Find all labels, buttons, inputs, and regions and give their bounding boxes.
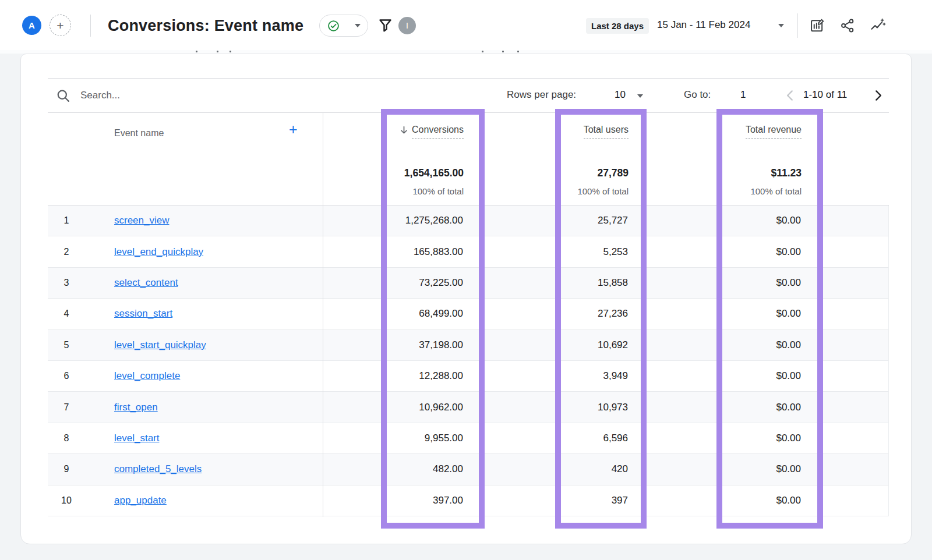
data-quality-check-icon (327, 19, 340, 33)
row-index: 8 (57, 423, 76, 453)
app-header: A + Conversions: Event name I Last 28 da… (0, 0, 932, 50)
row-index: 6 (57, 361, 76, 391)
highlight-box-total-revenue (716, 109, 823, 529)
add-column-button[interactable]: + (289, 121, 298, 138)
pagination-range: 1-10 of 11 (803, 89, 847, 101)
add-comparison-button[interactable]: + (50, 15, 71, 36)
row-index: 2 (57, 236, 76, 267)
dimension-header[interactable]: Event name (114, 128, 164, 139)
rows-per-page-label: Rows per page: (507, 89, 576, 101)
go-to-input[interactable]: 1 (740, 89, 746, 101)
rows-per-page-chevron-icon[interactable] (637, 94, 643, 98)
rows-per-page-select[interactable]: 10 (615, 89, 626, 101)
search-icon (55, 88, 71, 104)
event-name-link[interactable]: screen_view (114, 215, 170, 226)
date-range-picker[interactable]: 15 Jan - 11 Feb 2024 (657, 19, 750, 31)
row-index: 5 (57, 330, 76, 360)
event-name-link[interactable]: level_complete (114, 370, 180, 382)
row-index: 10 (57, 485, 76, 516)
data-quality-dropdown[interactable] (319, 15, 368, 37)
header-divider (90, 15, 91, 37)
insights-button[interactable] (870, 17, 886, 34)
event-name-link[interactable]: level_start (114, 433, 159, 444)
column-divider (323, 113, 323, 517)
go-to-label: Go to: (684, 89, 711, 101)
event-name-link[interactable]: completed_5_levels (114, 463, 202, 475)
ga4-conversions-report: A + Conversions: Event name I Last 28 da… (0, 0, 932, 560)
row-index: 7 (57, 392, 76, 422)
row-index: 4 (57, 299, 76, 329)
clipped-text-fragment (502, 51, 504, 52)
funnel-icon (380, 20, 391, 31)
clipped-text-fragment (196, 51, 197, 52)
table-toolbar: Rows per page: 10 Go to: 1 1-10 of 11 (48, 78, 889, 112)
collaborator-badge[interactable]: I (398, 17, 416, 34)
date-chevron-down-icon[interactable] (778, 24, 784, 27)
clipped-text-fragment (230, 51, 231, 52)
chevron-left-icon (788, 91, 792, 100)
search-input[interactable] (80, 87, 313, 104)
event-name-link[interactable]: select_content (114, 277, 178, 289)
header-divider (797, 13, 798, 38)
row-index: 3 (57, 268, 76, 298)
event-name-link[interactable]: first_open (114, 402, 158, 413)
share-icon (850, 20, 853, 23)
clipped-text-fragment (482, 51, 483, 52)
row-index: 9 (57, 454, 76, 484)
date-preset-label: Last 28 days (586, 18, 649, 34)
avatar[interactable]: A (22, 16, 41, 35)
clipped-text-fragment (517, 51, 519, 52)
customize-report-button[interactable] (809, 17, 825, 34)
next-page-button[interactable] (870, 88, 885, 103)
filter-button[interactable] (377, 17, 393, 33)
highlight-box-conversions (381, 109, 485, 529)
event-name-link[interactable]: app_update (114, 495, 167, 506)
chevron-right-icon (876, 91, 881, 100)
event-name-link[interactable]: level_start_quickplay (114, 339, 206, 351)
chevron-down-icon (355, 24, 361, 27)
insights-icon (872, 22, 882, 29)
share-button[interactable] (839, 17, 856, 34)
event-name-link[interactable]: session_start (114, 308, 172, 320)
page-title: Conversions: Event name (108, 17, 303, 35)
previous-page-button[interactable] (783, 88, 798, 103)
row-index: 1 (57, 205, 76, 236)
event-name-link[interactable]: level_end_quickplay (114, 246, 203, 258)
highlight-box-total-users (555, 109, 647, 529)
clipped-text-fragment (217, 51, 218, 52)
